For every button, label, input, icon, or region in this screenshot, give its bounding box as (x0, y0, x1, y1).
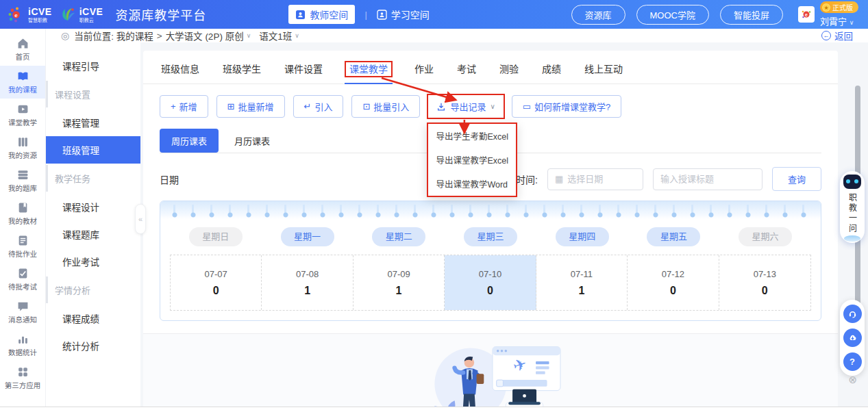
tab-homework[interactable]: 作业 (413, 59, 435, 83)
day-pill-wednesday[interactable]: 星期三 (464, 227, 517, 246)
date-cell-07-11[interactable]: 07-111 (536, 255, 628, 310)
sidebar-item-my-question-bank[interactable]: 我的题库 (0, 164, 45, 197)
day-pill-monday[interactable]: 星期一 (281, 227, 334, 246)
main-card: 班级信息 班级学生 课件设置 课堂教学 作业 考试 测验 成绩 线上互动 +新增… (143, 51, 838, 412)
sidebar-item-pending-homework[interactable]: 待批作业 (0, 230, 45, 263)
tab-monthly-schedule[interactable]: 月历课表 (223, 129, 282, 153)
tab-exam[interactable]: 考试 (456, 59, 478, 83)
breadcrumb-location: 当前位置: 我的课程 (74, 29, 153, 42)
course-menu: 课程引导 课程设置 课程管理 班级管理 教学任务 课程设计 课程题库 作业考试 … (46, 42, 140, 412)
sidebar-item-home[interactable]: 首页 (0, 33, 45, 66)
course-selector[interactable]: 大学语文 (2P) 原创 (166, 29, 244, 42)
export-records-button[interactable]: 导出记录 ∨ (428, 95, 503, 118)
day-pill-friday[interactable]: 星期五 (647, 227, 700, 246)
user-menu[interactable]: 刘霄宁 ∨ (820, 14, 854, 27)
top-bar: e iCVE智慧职教 iCVE职教云 资源库教学平台 教师空间 | 学习空间 (0, 0, 868, 29)
assistant-widget[interactable]: 职教一问 (840, 171, 865, 243)
date-cell-07-12[interactable]: 07-120 (628, 255, 719, 310)
date-cell-07-08[interactable]: 07-081 (262, 255, 353, 310)
learning-space-link[interactable]: 学习空间 (377, 8, 430, 21)
sidebar-item-data-statistics[interactable]: 数据统计 (0, 329, 45, 361)
teacher-space-button[interactable]: 教师空间 (288, 5, 355, 24)
logo2-subtext: 职教云 (79, 18, 103, 23)
sidebar-item-my-textbooks[interactable]: 我的教材 (0, 197, 45, 230)
menu-item-export-teaching-excel[interactable]: 导出课堂教学Excel (428, 148, 516, 172)
customer-service-button[interactable] (843, 305, 862, 323)
classroom-icon (17, 103, 29, 115)
class-selector[interactable]: 语文1班 (259, 29, 292, 42)
day-pill-sunday[interactable]: 星期日 (189, 227, 243, 246)
menu-item-class-management[interactable]: 班级管理 (46, 136, 140, 164)
menu-item-course-management[interactable]: 课程管理 (46, 109, 140, 136)
sidebar-collapse-button[interactable]: « (135, 204, 146, 234)
tab-courseware-settings[interactable]: 课件设置 (283, 59, 324, 83)
search-button[interactable]: 查询 (772, 167, 821, 191)
sidebar-item-my-courses[interactable]: 我的课程 (0, 66, 45, 99)
app-icon[interactable]: e (798, 6, 815, 23)
import-icon: ↵ (304, 101, 312, 112)
date-cell-07-07[interactable]: 07-070 (171, 255, 262, 310)
tab-classroom-teaching[interactable]: 课堂教学 (345, 59, 393, 83)
add-button[interactable]: +新增 (160, 95, 208, 118)
day-pill-saturday[interactable]: 星期六 (739, 227, 792, 246)
help-button[interactable]: ? (843, 352, 862, 371)
close-floating-icon[interactable]: ⊗ (848, 374, 857, 386)
icve-zhijiaoyun-logo: iCVE职教云 (59, 5, 103, 23)
back-button[interactable]: ← 返回 (821, 29, 853, 42)
menu-item-course-design[interactable]: 课程设计 (46, 193, 140, 220)
menu-item-homework-exam[interactable]: 作业考试 (46, 248, 140, 275)
date-cell-07-09[interactable]: 07-091 (354, 255, 445, 310)
tab-class-students[interactable]: 班级学生 (221, 59, 262, 83)
menu-item-course-question-bank[interactable]: 课程题库 (46, 220, 140, 248)
sidebar-item-messages[interactable]: 消息通知 (0, 296, 45, 329)
empty-state: ✈ (143, 333, 838, 412)
menu-section-course-settings: 课程设置 (46, 81, 140, 107)
top-right-cluster: 资源库 MOOC学院 智能投屏 e ★ 正式版 刘霄宁 ∨ (571, 1, 858, 27)
title-search-field[interactable] (653, 168, 762, 190)
menu-item-course-guide[interactable]: 课程引导 (46, 52, 140, 79)
question-bank-icon (17, 169, 29, 181)
sidebar-item-third-party-apps[interactable]: 第三方应用 (0, 361, 45, 394)
sidebar-item-classroom-teaching[interactable]: 课堂教学 (0, 99, 45, 131)
version-badge: ★ 正式版 (820, 1, 858, 13)
headset-icon (847, 309, 858, 319)
title-input[interactable] (660, 174, 755, 184)
day-pill-tuesday[interactable]: 星期二 (372, 227, 425, 246)
sidebar-item-my-resources[interactable]: 我的资源 (0, 131, 45, 164)
date-picker[interactable]: ▦ (547, 168, 643, 190)
date-input[interactable] (567, 174, 636, 184)
teacher-space-label: 教师空间 (310, 8, 348, 21)
date-cell-07-13[interactable]: 07-130 (719, 255, 810, 310)
date-label: 日期 (160, 172, 179, 186)
chevron-down-icon: ∨ (247, 32, 251, 39)
tab-weekly-schedule[interactable]: 周历课表 (160, 129, 219, 153)
menu-item-course-grades[interactable]: 课程成绩 (46, 305, 140, 332)
shell-logo-icon (59, 5, 77, 23)
floating-toolbar: ? (840, 300, 865, 376)
sidebar-item-pending-exams[interactable]: 待批考试 (0, 263, 45, 296)
day-pill-thursday[interactable]: 星期四 (556, 227, 609, 246)
nav-separator: | (364, 10, 367, 20)
toolbar: +新增 ⊞批量新增 ↵引入 ⊡批量引入 导出记录 ∨ (143, 84, 838, 118)
download-center-button[interactable] (843, 329, 862, 347)
menu-item-export-teaching-word[interactable]: 导出课堂教学Word (428, 172, 516, 196)
batch-add-button[interactable]: ⊞批量新增 (216, 95, 285, 118)
batch-import-button[interactable]: ⊡批量引入 (351, 95, 420, 118)
chevron-down-icon: ∨ (490, 103, 495, 110)
question-mark-icon: ? (850, 357, 855, 367)
menu-item-statistical-analysis[interactable]: 统计分析 (46, 332, 140, 359)
smart-casting-link[interactable]: 智能投屏 (720, 5, 783, 25)
tab-quiz[interactable]: 测验 (498, 59, 520, 83)
tab-grades[interactable]: 成绩 (541, 59, 562, 83)
cloud-decoration (844, 235, 860, 242)
resource-library-link[interactable]: 资源库 (571, 5, 625, 25)
tab-online-interaction[interactable]: 线上互动 (583, 59, 624, 83)
tab-class-info[interactable]: 班级信息 (160, 59, 201, 83)
import-button[interactable]: ↵引入 (293, 95, 344, 118)
menu-item-export-attendance-excel[interactable]: 导出学生考勤Excel (428, 124, 516, 148)
mooc-academy-link[interactable]: MOOC学院 (636, 5, 709, 25)
page-bottom-strip (0, 407, 868, 412)
batch-import-icon: ⊡ (362, 101, 370, 112)
date-cell-07-10-today[interactable]: 07-100 (445, 255, 536, 310)
how-to-add-button[interactable]: ▭如何新增课堂教学? (512, 95, 622, 118)
